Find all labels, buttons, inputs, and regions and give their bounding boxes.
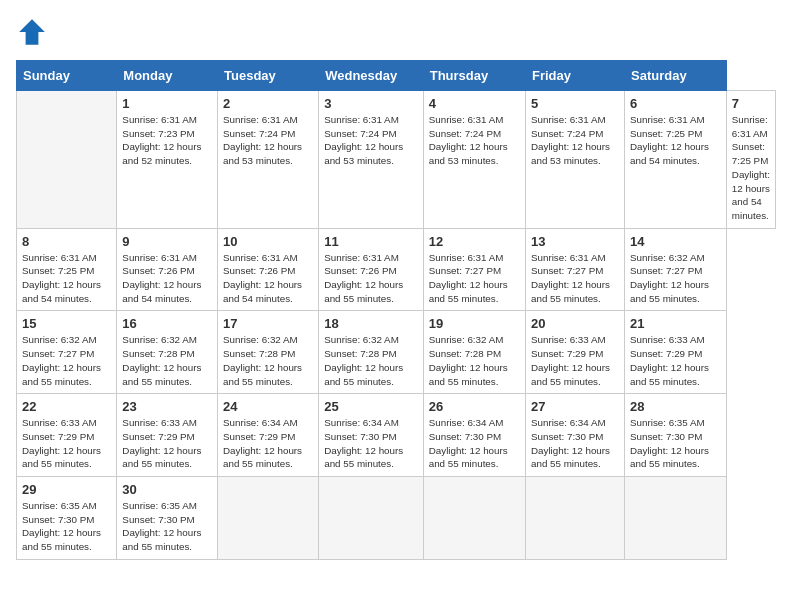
calendar-header-row: SundayMondayTuesdayWednesdayThursdayFrid…	[17, 61, 776, 91]
day-number: 21	[630, 316, 721, 331]
calendar-day-cell: 3Sunrise: 6:31 AMSunset: 7:24 PMDaylight…	[319, 91, 424, 229]
calendar-day-cell: 30Sunrise: 6:35 AMSunset: 7:30 PMDayligh…	[117, 477, 218, 560]
day-number: 9	[122, 234, 212, 249]
day-info: Sunrise: 6:32 AMSunset: 7:27 PMDaylight:…	[630, 251, 721, 306]
calendar-week-row: 1Sunrise: 6:31 AMSunset: 7:23 PMDaylight…	[17, 91, 776, 229]
day-of-week-header: Wednesday	[319, 61, 424, 91]
calendar-day-cell: 23Sunrise: 6:33 AMSunset: 7:29 PMDayligh…	[117, 394, 218, 477]
day-info: Sunrise: 6:31 AMSunset: 7:25 PMDaylight:…	[732, 113, 770, 223]
day-of-week-header: Friday	[525, 61, 624, 91]
logo-icon	[16, 16, 48, 48]
day-info: Sunrise: 6:31 AMSunset: 7:24 PMDaylight:…	[223, 113, 313, 168]
day-number: 10	[223, 234, 313, 249]
day-number: 4	[429, 96, 520, 111]
day-number: 6	[630, 96, 721, 111]
calendar-day-cell	[319, 477, 424, 560]
day-number: 19	[429, 316, 520, 331]
empty-cell	[17, 91, 117, 229]
calendar-week-row: 22Sunrise: 6:33 AMSunset: 7:29 PMDayligh…	[17, 394, 776, 477]
calendar-week-row: 15Sunrise: 6:32 AMSunset: 7:27 PMDayligh…	[17, 311, 776, 394]
day-info: Sunrise: 6:31 AMSunset: 7:24 PMDaylight:…	[324, 113, 418, 168]
day-info: Sunrise: 6:34 AMSunset: 7:30 PMDaylight:…	[324, 416, 418, 471]
day-info: Sunrise: 6:34 AMSunset: 7:29 PMDaylight:…	[223, 416, 313, 471]
calendar-day-cell: 15Sunrise: 6:32 AMSunset: 7:27 PMDayligh…	[17, 311, 117, 394]
calendar-week-row: 29Sunrise: 6:35 AMSunset: 7:30 PMDayligh…	[17, 477, 776, 560]
calendar-day-cell: 19Sunrise: 6:32 AMSunset: 7:28 PMDayligh…	[423, 311, 525, 394]
calendar-day-cell: 18Sunrise: 6:32 AMSunset: 7:28 PMDayligh…	[319, 311, 424, 394]
calendar-week-row: 8Sunrise: 6:31 AMSunset: 7:25 PMDaylight…	[17, 228, 776, 311]
day-number: 3	[324, 96, 418, 111]
calendar-day-cell: 14Sunrise: 6:32 AMSunset: 7:27 PMDayligh…	[625, 228, 727, 311]
day-info: Sunrise: 6:33 AMSunset: 7:29 PMDaylight:…	[122, 416, 212, 471]
calendar-day-cell: 12Sunrise: 6:31 AMSunset: 7:27 PMDayligh…	[423, 228, 525, 311]
calendar-day-cell: 28Sunrise: 6:35 AMSunset: 7:30 PMDayligh…	[625, 394, 727, 477]
day-number: 5	[531, 96, 619, 111]
day-number: 14	[630, 234, 721, 249]
day-number: 28	[630, 399, 721, 414]
calendar-day-cell	[218, 477, 319, 560]
day-info: Sunrise: 6:34 AMSunset: 7:30 PMDaylight:…	[531, 416, 619, 471]
day-info: Sunrise: 6:32 AMSunset: 7:28 PMDaylight:…	[429, 333, 520, 388]
day-number: 17	[223, 316, 313, 331]
day-number: 11	[324, 234, 418, 249]
calendar-day-cell: 21Sunrise: 6:33 AMSunset: 7:29 PMDayligh…	[625, 311, 727, 394]
day-info: Sunrise: 6:31 AMSunset: 7:23 PMDaylight:…	[122, 113, 212, 168]
calendar-table: SundayMondayTuesdayWednesdayThursdayFrid…	[16, 60, 776, 560]
day-info: Sunrise: 6:33 AMSunset: 7:29 PMDaylight:…	[531, 333, 619, 388]
day-number: 26	[429, 399, 520, 414]
svg-marker-0	[19, 19, 45, 45]
day-info: Sunrise: 6:32 AMSunset: 7:28 PMDaylight:…	[324, 333, 418, 388]
day-number: 1	[122, 96, 212, 111]
day-info: Sunrise: 6:35 AMSunset: 7:30 PMDaylight:…	[122, 499, 212, 554]
day-info: Sunrise: 6:31 AMSunset: 7:26 PMDaylight:…	[122, 251, 212, 306]
day-info: Sunrise: 6:31 AMSunset: 7:25 PMDaylight:…	[630, 113, 721, 168]
calendar-day-cell: 7Sunrise: 6:31 AMSunset: 7:25 PMDaylight…	[726, 91, 775, 229]
day-info: Sunrise: 6:35 AMSunset: 7:30 PMDaylight:…	[630, 416, 721, 471]
day-number: 2	[223, 96, 313, 111]
day-info: Sunrise: 6:33 AMSunset: 7:29 PMDaylight:…	[630, 333, 721, 388]
calendar-day-cell: 20Sunrise: 6:33 AMSunset: 7:29 PMDayligh…	[525, 311, 624, 394]
calendar-day-cell: 2Sunrise: 6:31 AMSunset: 7:24 PMDaylight…	[218, 91, 319, 229]
day-number: 15	[22, 316, 111, 331]
day-number: 12	[429, 234, 520, 249]
day-info: Sunrise: 6:31 AMSunset: 7:27 PMDaylight:…	[429, 251, 520, 306]
calendar-day-cell: 9Sunrise: 6:31 AMSunset: 7:26 PMDaylight…	[117, 228, 218, 311]
day-number: 8	[22, 234, 111, 249]
day-info: Sunrise: 6:31 AMSunset: 7:25 PMDaylight:…	[22, 251, 111, 306]
day-number: 18	[324, 316, 418, 331]
day-number: 25	[324, 399, 418, 414]
day-number: 30	[122, 482, 212, 497]
calendar-day-cell: 26Sunrise: 6:34 AMSunset: 7:30 PMDayligh…	[423, 394, 525, 477]
calendar-day-cell: 22Sunrise: 6:33 AMSunset: 7:29 PMDayligh…	[17, 394, 117, 477]
day-info: Sunrise: 6:31 AMSunset: 7:24 PMDaylight:…	[531, 113, 619, 168]
day-number: 16	[122, 316, 212, 331]
logo	[16, 16, 52, 48]
day-of-week-header: Saturday	[625, 61, 727, 91]
calendar-day-cell: 25Sunrise: 6:34 AMSunset: 7:30 PMDayligh…	[319, 394, 424, 477]
calendar-day-cell: 27Sunrise: 6:34 AMSunset: 7:30 PMDayligh…	[525, 394, 624, 477]
day-number: 13	[531, 234, 619, 249]
day-number: 7	[732, 96, 770, 111]
day-info: Sunrise: 6:31 AMSunset: 7:27 PMDaylight:…	[531, 251, 619, 306]
day-info: Sunrise: 6:32 AMSunset: 7:28 PMDaylight:…	[122, 333, 212, 388]
page-header	[16, 16, 776, 48]
calendar-day-cell: 13Sunrise: 6:31 AMSunset: 7:27 PMDayligh…	[525, 228, 624, 311]
calendar-day-cell	[625, 477, 727, 560]
day-info: Sunrise: 6:32 AMSunset: 7:27 PMDaylight:…	[22, 333, 111, 388]
calendar-day-cell: 5Sunrise: 6:31 AMSunset: 7:24 PMDaylight…	[525, 91, 624, 229]
day-of-week-header: Tuesday	[218, 61, 319, 91]
calendar-day-cell: 4Sunrise: 6:31 AMSunset: 7:24 PMDaylight…	[423, 91, 525, 229]
day-info: Sunrise: 6:31 AMSunset: 7:26 PMDaylight:…	[223, 251, 313, 306]
day-of-week-header: Sunday	[17, 61, 117, 91]
calendar-day-cell: 1Sunrise: 6:31 AMSunset: 7:23 PMDaylight…	[117, 91, 218, 229]
calendar-day-cell: 16Sunrise: 6:32 AMSunset: 7:28 PMDayligh…	[117, 311, 218, 394]
calendar-day-cell: 29Sunrise: 6:35 AMSunset: 7:30 PMDayligh…	[17, 477, 117, 560]
day-number: 27	[531, 399, 619, 414]
calendar-day-cell: 11Sunrise: 6:31 AMSunset: 7:26 PMDayligh…	[319, 228, 424, 311]
day-number: 20	[531, 316, 619, 331]
day-number: 23	[122, 399, 212, 414]
day-info: Sunrise: 6:33 AMSunset: 7:29 PMDaylight:…	[22, 416, 111, 471]
day-info: Sunrise: 6:32 AMSunset: 7:28 PMDaylight:…	[223, 333, 313, 388]
day-number: 22	[22, 399, 111, 414]
calendar-day-cell	[525, 477, 624, 560]
